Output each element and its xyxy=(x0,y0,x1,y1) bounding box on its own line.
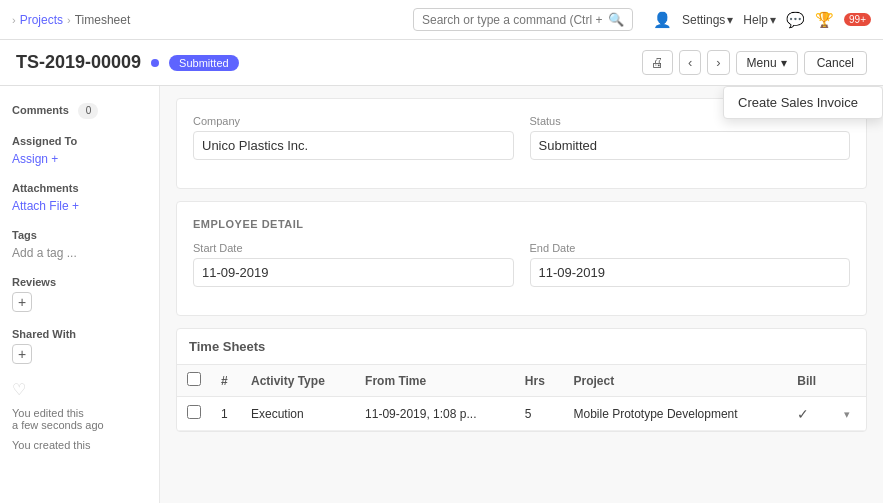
row-dropdown-cell: ▾ xyxy=(834,397,866,431)
trophy-icon[interactable]: 🏆 xyxy=(815,11,834,29)
heart-icon[interactable]: ♡ xyxy=(12,381,26,398)
row-dropdown-icon[interactable]: ▾ xyxy=(844,408,850,420)
breadcrumb-chevron-2: › xyxy=(67,14,71,26)
breadcrumb-projects[interactable]: Projects xyxy=(20,13,63,27)
breadcrumb-chevron-1: › xyxy=(12,14,16,26)
row-activity-type: Execution xyxy=(241,397,355,431)
row-checkbox-cell xyxy=(177,397,211,431)
print-button[interactable]: 🖨 xyxy=(642,50,673,75)
status-group: Status Submitted xyxy=(530,115,851,160)
attachments-label: Attachments xyxy=(12,182,147,194)
user-icon: 👤 xyxy=(653,11,672,29)
timesheets-thead: # Activity Type From Time Hrs Project Bi… xyxy=(177,365,866,397)
dropdown-menu: Create Sales Invoice xyxy=(723,86,883,119)
status-dot xyxy=(151,59,159,67)
help-chevron-icon: ▾ xyxy=(770,13,776,27)
th-project: Project xyxy=(564,365,788,397)
select-all-checkbox[interactable] xyxy=(187,372,201,386)
sidebar-tags: Tags Add a tag ... xyxy=(12,229,147,260)
timesheets-header: Time Sheets xyxy=(177,329,866,365)
timesheets-title: Time Sheets xyxy=(189,339,265,354)
search-icon: 🔍 xyxy=(608,12,624,27)
table-row: 1 Execution 11-09-2019, 1:08 p... 5 Mobi… xyxy=(177,397,866,431)
sidebar-heart-section: ♡ xyxy=(12,380,147,399)
th-actions xyxy=(834,365,866,397)
cancel-button[interactable]: Cancel xyxy=(804,51,867,75)
employee-detail-section: EMPLOYEE DETAIL Start Date 11-09-2019 En… xyxy=(176,201,867,316)
search-bar[interactable]: 🔍 xyxy=(413,8,633,31)
breadcrumb: › Projects › Timesheet xyxy=(12,13,130,27)
end-date-group: End Date 11-09-2019 xyxy=(530,242,851,287)
content: Create Sales Invoice Company Unico Plast… xyxy=(160,86,883,503)
tags-label: Tags xyxy=(12,229,147,241)
company-label: Company xyxy=(193,115,514,127)
timesheets-section: Time Sheets # Activity Type From Time Hr… xyxy=(176,328,867,432)
sidebar-activity-2: You created this xyxy=(12,439,147,451)
chat-icon[interactable]: 💬 xyxy=(786,11,805,29)
navbar: › Projects › Timesheet 🔍 👤 Settings ▾ He… xyxy=(0,0,883,40)
row-hrs: 5 xyxy=(515,397,564,431)
menu-button[interactable]: Menu ▾ xyxy=(736,51,798,75)
start-date-label: Start Date xyxy=(193,242,514,254)
th-bill: Bill xyxy=(787,365,834,397)
sidebar-comments: Comments 0 xyxy=(12,102,147,119)
employee-detail-title: EMPLOYEE DETAIL xyxy=(193,218,850,230)
row-bill: ✓ xyxy=(787,397,834,431)
sidebar-assigned-to: Assigned To Assign + xyxy=(12,135,147,166)
dates-row: Start Date 11-09-2019 End Date 11-09-201… xyxy=(193,242,850,287)
sidebar-attachments: Attachments Attach File + xyxy=(12,182,147,213)
th-num: # xyxy=(211,365,241,397)
main-layout: Comments 0 Assigned To Assign + Attachme… xyxy=(0,86,883,503)
settings-button[interactable]: Settings ▾ xyxy=(682,13,733,27)
breadcrumb-current: Timesheet xyxy=(75,13,131,27)
timesheets-tbody: 1 Execution 11-09-2019, 1:08 p... 5 Mobi… xyxy=(177,397,866,431)
sidebar-shared-with: Shared With + xyxy=(12,328,147,364)
sidebar-activity-1: You edited this a few seconds ago xyxy=(12,407,147,431)
start-date-value[interactable]: 11-09-2019 xyxy=(193,258,514,287)
end-date-label: End Date xyxy=(530,242,851,254)
page-header: TS-2019-00009 Submitted 🖨 ‹ › Menu ▾ Can… xyxy=(0,40,883,86)
end-date-value[interactable]: 11-09-2019 xyxy=(530,258,851,287)
prev-button[interactable]: ‹ xyxy=(679,50,701,75)
company-value[interactable]: Unico Plastics Inc. xyxy=(193,131,514,160)
company-group: Company Unico Plastics Inc. xyxy=(193,115,514,160)
shared-with-label: Shared With xyxy=(12,328,147,340)
add-tag-input[interactable]: Add a tag ... xyxy=(12,246,77,260)
row-num: 1 xyxy=(211,397,241,431)
attach-file-button[interactable]: Attach File + xyxy=(12,199,79,213)
bill-checkmark-icon: ✓ xyxy=(797,406,809,422)
start-date-group: Start Date 11-09-2019 xyxy=(193,242,514,287)
th-hrs: Hrs xyxy=(515,365,564,397)
assign-button[interactable]: Assign + xyxy=(12,152,58,166)
sidebar-reviews: Reviews + xyxy=(12,276,147,312)
add-shared-button[interactable]: + xyxy=(12,344,32,364)
notification-badge[interactable]: 99+ xyxy=(844,13,871,26)
timesheets-table: # Activity Type From Time Hrs Project Bi… xyxy=(177,365,866,431)
row-from-time: 11-09-2019, 1:08 p... xyxy=(355,397,515,431)
menu-chevron-icon: ▾ xyxy=(781,56,787,70)
comments-count: 0 xyxy=(78,103,98,119)
help-button[interactable]: Help ▾ xyxy=(743,13,776,27)
add-review-button[interactable]: + xyxy=(12,292,32,312)
header-actions: 🖨 ‹ › Menu ▾ Cancel xyxy=(642,50,867,75)
reviews-label: Reviews xyxy=(12,276,147,288)
nav-right: 👤 Settings ▾ Help ▾ 💬 🏆 99+ xyxy=(653,11,871,29)
next-button[interactable]: › xyxy=(707,50,729,75)
doc-id: TS-2019-00009 xyxy=(16,52,141,73)
status-badge: Submitted xyxy=(169,55,239,71)
status-value: Submitted xyxy=(530,131,851,160)
sidebar: Comments 0 Assigned To Assign + Attachme… xyxy=(0,86,160,503)
create-sales-invoice-item[interactable]: Create Sales Invoice xyxy=(724,87,882,118)
th-checkbox xyxy=(177,365,211,397)
th-activity-type: Activity Type xyxy=(241,365,355,397)
assigned-to-label: Assigned To xyxy=(12,135,147,147)
th-from-time: From Time xyxy=(355,365,515,397)
comments-label: Comments xyxy=(12,104,69,116)
settings-chevron-icon: ▾ xyxy=(727,13,733,27)
search-input[interactable] xyxy=(422,13,604,27)
row-project: Mobile Prototype Development xyxy=(564,397,788,431)
row-checkbox[interactable] xyxy=(187,405,201,419)
company-status-row: Company Unico Plastics Inc. Status Submi… xyxy=(193,115,850,160)
